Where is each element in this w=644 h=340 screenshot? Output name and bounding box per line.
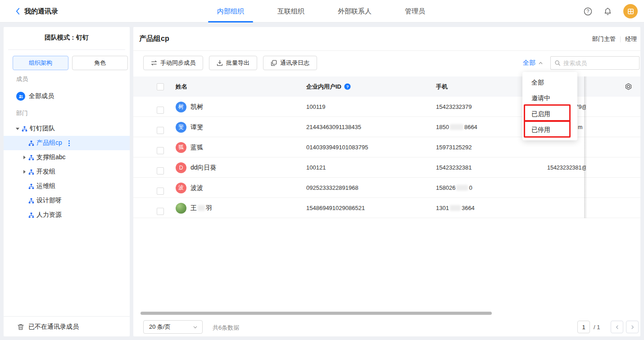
more-actions-icon[interactable]	[68, 143, 70, 144]
tree-item-label: 产品组cp	[36, 139, 62, 147]
avatar: D	[176, 162, 186, 173]
table-row: Ddd向日葵1001211542323238115423232381@	[133, 157, 640, 178]
header-links: 部门主管 经理	[592, 35, 637, 43]
sidebar-tree-item[interactable]: 人力资源	[4, 208, 130, 222]
page-size-select[interactable]: 20 条/页	[143, 320, 203, 334]
row-checkbox-cell	[157, 178, 164, 198]
column-header-phone: 手机	[436, 76, 448, 97]
row-checkbox[interactable]	[157, 107, 164, 114]
toolbar-button-label: 批量导出	[226, 59, 249, 67]
prev-page-button[interactable]	[611, 321, 623, 333]
org-icon	[22, 126, 27, 132]
member-name: 王羽	[190, 204, 212, 212]
toolbar-button[interactable]: 手动同步成员	[143, 56, 203, 70]
dropdown-item[interactable]: 已停用	[522, 122, 577, 138]
horizontal-scrollbar-thumb[interactable]	[141, 312, 492, 315]
view-button[interactable]: 组织架构	[13, 56, 68, 70]
name-cell: 王羽	[176, 198, 212, 218]
user-id-cell: 100119	[306, 97, 325, 117]
phone-cell: 13013664	[436, 198, 475, 218]
sidebar-tree-item[interactable]: 产品组cp	[4, 136, 130, 150]
search-input[interactable]	[563, 60, 635, 67]
phone-cell: 15423232379	[436, 97, 472, 117]
sidebar-item-all-members[interactable]: 全部成员	[4, 90, 130, 103]
avatar: 波	[176, 183, 186, 193]
trash-icon	[17, 323, 24, 331]
avatar	[176, 203, 186, 214]
redacted-text	[450, 124, 463, 130]
member-name: 谭斐	[190, 123, 203, 131]
tab-item[interactable]: 互联组织	[277, 0, 304, 22]
dept-manager-link[interactable]: 部门主管	[592, 35, 616, 43]
divider	[4, 316, 130, 317]
org-icon	[28, 155, 34, 161]
org-grid-icon	[627, 8, 634, 15]
manager-link[interactable]: 经理	[625, 35, 637, 43]
caret-right-icon[interactable]	[22, 155, 27, 160]
org-icon	[28, 198, 34, 204]
email-cell	[547, 198, 586, 218]
caret-up-icon	[538, 61, 543, 66]
tree-item-label: 设计部呀	[36, 197, 62, 205]
name-cell: Ddd向日葵	[176, 157, 217, 178]
sidebar-tree-item[interactable]: 支撑组abc	[4, 150, 130, 165]
status-dropdown-menu: 全部邀请中已启用已停用	[522, 72, 577, 140]
sidebar: 团队模式：钉钉 组织架构角色 成员 全部成员 部门 钉钉团队产品组cp支撑组ab…	[4, 27, 130, 336]
toolbar-button[interactable]: 批量导出	[209, 56, 257, 70]
sidebar-item-removed-members[interactable]: 已不在通讯录成员	[4, 320, 130, 334]
tab-active[interactable]: 内部组织	[217, 0, 244, 22]
back-button[interactable]: 我的通讯录	[15, 0, 58, 22]
view-button[interactable]: 角色	[72, 56, 128, 70]
question-help-icon[interactable]: ?	[344, 83, 351, 90]
svg-text:?: ?	[346, 85, 349, 89]
row-checkbox[interactable]	[157, 208, 164, 215]
row-checkbox[interactable]	[157, 167, 164, 174]
sidebar-tree-item[interactable]: 设计部呀	[4, 193, 130, 208]
caret-down-icon[interactable]	[15, 126, 20, 131]
toolbar: 手动同步成员批量导出通讯录日志	[143, 56, 317, 70]
tree-item-label: 钉钉团队	[30, 125, 55, 133]
next-page-button[interactable]	[626, 321, 639, 333]
table-row: 王羽15486949102908652113013664	[133, 198, 640, 218]
column-settings-gear-icon[interactable]	[625, 83, 632, 90]
table-row: 波波波09252333228919681580260	[133, 178, 640, 198]
caret-placeholder	[22, 198, 27, 203]
select-all-checkbox[interactable]	[157, 83, 164, 90]
dropdown-item[interactable]: 已启用	[522, 106, 577, 122]
all-members-label: 全部成员	[29, 92, 54, 100]
tree-item-label: 运维组	[36, 182, 55, 190]
row-checkbox[interactable]	[157, 188, 164, 195]
topbar: 我的通讯录 内部组织互联组织外部联系人管理员 ?	[0, 0, 644, 22]
removed-members-label: 已不在通讯录成员	[28, 323, 79, 331]
member-name: 波波	[190, 184, 203, 192]
department-tree: 钉钉团队产品组cp支撑组abc开发组运维组设计部呀人力资源	[4, 121, 130, 222]
divider	[620, 36, 621, 42]
dropdown-item[interactable]: 邀请中	[522, 90, 577, 106]
caret-right-icon[interactable]	[22, 169, 27, 174]
sidebar-tree-item[interactable]: 运维组	[4, 179, 130, 193]
log-icon	[271, 60, 277, 66]
name-cell: 狐蓝狐	[176, 137, 203, 157]
user-avatar[interactable]	[623, 4, 638, 18]
sidebar-tree-item[interactable]: 开发组	[4, 165, 130, 179]
tab-item[interactable]: 外部联系人	[338, 0, 372, 22]
user-id-cell: 21443463091138435	[306, 117, 361, 137]
org-icon	[28, 212, 34, 218]
row-checkbox[interactable]	[157, 147, 164, 154]
sidebar-tree-item[interactable]: 钉钉团队	[4, 121, 130, 136]
row-checkbox[interactable]	[157, 127, 164, 134]
user-id-cell: 100121	[306, 157, 326, 178]
help-icon[interactable]: ?	[584, 7, 592, 16]
departments-section-label: 部门	[16, 109, 28, 117]
page-number-input[interactable]	[577, 321, 590, 333]
tree-item-label: 开发组	[36, 168, 55, 176]
caret-placeholder	[22, 212, 27, 218]
name-cell: 波波波	[176, 178, 203, 198]
toolbar-button[interactable]: 通讯录日志	[263, 56, 317, 70]
dropdown-item[interactable]: 全部	[522, 75, 577, 90]
org-icon	[28, 183, 34, 189]
bell-icon[interactable]	[603, 7, 612, 16]
status-filter[interactable]: 全部	[523, 56, 543, 70]
tab-item[interactable]: 管理员	[405, 0, 425, 22]
department-title: 产品组cp	[139, 34, 169, 44]
